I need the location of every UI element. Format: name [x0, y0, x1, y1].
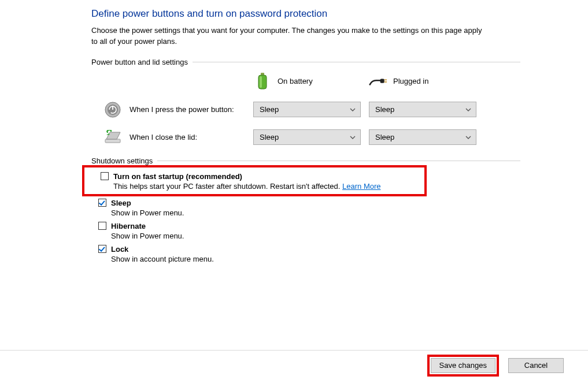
option-label: Turn on fast startup (recommended)	[113, 172, 242, 181]
dropdown-power-button-plugged[interactable]: Sleep	[369, 102, 476, 117]
option-label: Hibernate	[111, 222, 146, 230]
svg-rect-0	[261, 73, 264, 75]
dropdown-close-lid-battery[interactable]: Sleep	[253, 129, 361, 145]
option-description: Show in Power menu.	[111, 208, 520, 217]
svg-rect-3	[380, 79, 384, 83]
annotation-highlight-fast-startup: Turn on fast startup (recommended) This …	[82, 165, 427, 196]
option-fast-startup: Turn on fast startup (recommended) This …	[101, 172, 417, 191]
cancel-button[interactable]: Cancel	[508, 358, 564, 373]
annotation-highlight-save: Save changes	[427, 355, 499, 377]
section-header-shutdown: Shutdown settings	[91, 157, 520, 165]
checkbox-sleep[interactable]	[98, 199, 106, 207]
svg-rect-4	[384, 79, 387, 80]
dropdown-value: Sleep	[260, 105, 279, 114]
checkbox-fast-startup[interactable]	[101, 172, 109, 180]
svg-rect-10	[105, 139, 120, 143]
row-power-button: When I press the power button: Sleep Sle…	[91, 101, 520, 118]
option-sleep: Sleep Show in Power menu.	[91, 199, 520, 217]
plug-icon	[369, 72, 387, 91]
column-header-plugged-label: Plugged in	[393, 77, 428, 85]
divider	[157, 161, 520, 161]
option-lock: Lock Show in account picture menu.	[91, 245, 520, 263]
chevron-down-icon	[465, 136, 471, 139]
chevron-down-icon	[350, 108, 356, 111]
column-header-plugged: Plugged in	[369, 72, 485, 91]
section-header-shutdown-label: Shutdown settings	[91, 157, 157, 165]
column-header-battery-label: On battery	[278, 77, 313, 85]
page-title: Define power buttons and turn on passwor…	[91, 8, 520, 20]
row-close-lid: When I close the lid: Sleep Sleep	[91, 129, 520, 146]
option-description: Show in account picture menu.	[111, 255, 520, 263]
checkbox-hibernate[interactable]	[98, 222, 106, 230]
row-close-lid-label: When I close the lid:	[130, 133, 197, 141]
power-button-icon	[103, 101, 123, 118]
learn-more-link[interactable]: Learn More	[342, 182, 380, 191]
dropdown-value: Sleep	[260, 133, 279, 141]
dropdown-value: Sleep	[375, 105, 394, 114]
divider	[193, 62, 520, 62]
dropdown-value: Sleep	[375, 133, 394, 141]
dropdown-power-button-battery[interactable]: Sleep	[253, 102, 361, 117]
save-button[interactable]: Save changes	[431, 358, 495, 373]
svg-rect-2	[260, 76, 262, 88]
checkbox-lock[interactable]	[98, 245, 106, 253]
footer-bar: Save changes Cancel	[0, 350, 588, 380]
svg-rect-5	[384, 81, 387, 83]
section-header-power: Power button and lid settings	[91, 58, 520, 66]
option-label: Sleep	[111, 199, 131, 207]
laptop-lid-icon	[103, 129, 123, 146]
dropdown-close-lid-plugged[interactable]: Sleep	[369, 129, 476, 145]
option-description: Show in Power menu.	[111, 232, 520, 240]
option-description: This helps start your PC faster after sh…	[113, 182, 417, 191]
battery-icon	[253, 72, 272, 91]
page-description: Choose the power settings that you want …	[91, 25, 485, 47]
section-header-power-label: Power button and lid settings	[91, 58, 193, 66]
chevron-down-icon	[350, 136, 356, 139]
option-hibernate: Hibernate Show in Power menu.	[91, 222, 520, 240]
row-power-button-label: When I press the power button:	[130, 105, 234, 114]
chevron-down-icon	[465, 108, 471, 111]
option-label: Lock	[111, 245, 128, 254]
column-header-battery: On battery	[253, 72, 369, 91]
